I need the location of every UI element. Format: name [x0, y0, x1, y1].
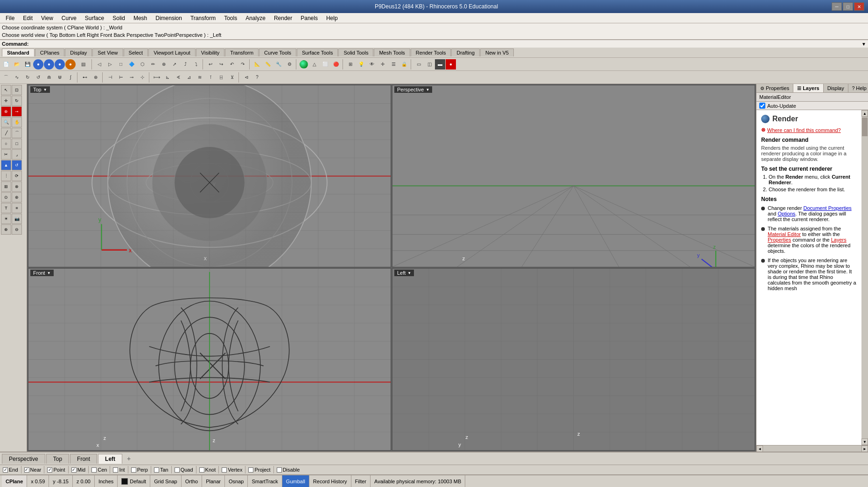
light-icon[interactable]: 💡: [356, 59, 366, 70]
sidebar-cp-icon[interactable]: ⊙: [1, 192, 11, 202]
menu-item-solid[interactable]: Solid: [109, 14, 129, 22]
smarttrack-item[interactable]: SmartTrack: [248, 475, 282, 487]
snap-checkbox-quad[interactable]: [175, 467, 180, 473]
maximize-button[interactable]: □: [843, 2, 853, 11]
close-button[interactable]: ✕: [854, 2, 864, 11]
frame2-icon[interactable]: ◫: [424, 59, 434, 70]
move-icon[interactable]: ✛: [378, 59, 388, 70]
curve3-icon[interactable]: ∫: [65, 72, 76, 83]
viewport-front-label[interactable]: Front ▼: [30, 270, 54, 276]
sidebar-bool-icon[interactable]: ⊗: [12, 181, 22, 192]
tb8-icon[interactable]: □: [116, 59, 126, 70]
annotate1-icon[interactable]: ⟼: [152, 72, 162, 83]
tb16-icon[interactable]: ↩: [205, 59, 216, 70]
scroll-down-arrow[interactable]: ▼: [861, 438, 868, 445]
snap-item-knot[interactable]: Knot: [199, 467, 216, 473]
tb9-icon[interactable]: 🔷: [126, 59, 137, 70]
ortho-item[interactable]: Ortho: [182, 475, 203, 487]
sidebar-move-icon[interactable]: ✛: [1, 96, 11, 106]
extend-icon[interactable]: ⊹: [137, 72, 147, 83]
snap-checkbox-int[interactable]: [113, 467, 118, 473]
toolbar-tab-standard[interactable]: Standard: [2, 49, 35, 56]
command-input[interactable]: [30, 41, 860, 47]
sidebar-extrude-icon[interactable]: ▲: [1, 160, 11, 170]
toolbar-tab-transform[interactable]: Transform: [225, 49, 259, 56]
sidebar-select-icon[interactable]: ↖: [1, 85, 11, 95]
menu-item-curve[interactable]: Curve: [58, 14, 80, 22]
tb17-icon[interactable]: ↪: [216, 59, 226, 70]
viewport-persp-label[interactable]: Perspective ▼: [394, 86, 432, 93]
scale-icon[interactable]: ⊷: [80, 72, 90, 83]
autoupdate-checkbox[interactable]: [759, 103, 765, 109]
new-file-icon[interactable]: 📄: [1, 59, 11, 70]
snap-item-point[interactable]: Point: [47, 467, 65, 473]
scroll-left-arrow[interactable]: ◄: [756, 445, 763, 452]
trim-icon[interactable]: ⊸: [126, 72, 137, 83]
panel-tab-help[interactable]: ? Help: [848, 84, 868, 92]
viewport-left[interactable]: Left ▼: [392, 268, 755, 451]
tb14-icon[interactable]: ⤴: [180, 59, 190, 70]
toolbar-tab-solid-tools[interactable]: Solid Tools: [338, 49, 373, 56]
eye-icon[interactable]: 👁: [367, 59, 377, 70]
box-icon[interactable]: ⬜: [320, 59, 330, 70]
snap-item-perp[interactable]: Perp: [131, 467, 148, 473]
toolbar-tab-display[interactable]: Display: [65, 49, 92, 56]
render-icon[interactable]: 🔴: [331, 59, 341, 70]
layer-item[interactable]: Default: [118, 475, 150, 487]
btab-top[interactable]: Top: [46, 454, 69, 464]
snap-checkbox-cen[interactable]: [91, 467, 97, 473]
panel-tab-display[interactable]: Display: [824, 84, 848, 92]
curve1-icon[interactable]: ⋒: [44, 72, 54, 83]
dim2-icon[interactable]: ⊻: [227, 72, 237, 83]
coord-x-item[interactable]: x 0.59: [27, 475, 49, 487]
tb4-icon[interactable]: ●: [65, 59, 76, 70]
layer-icon[interactable]: ☰: [388, 59, 399, 70]
sidebar-line-icon[interactable]: ╱: [1, 128, 11, 138]
tb10-icon[interactable]: ⬡: [137, 59, 147, 70]
rotate3-icon[interactable]: ↺: [33, 72, 43, 83]
curve2-icon[interactable]: ⋓: [55, 72, 65, 83]
sidebar-scale-icon[interactable]: ⊕: [1, 106, 11, 117]
material-editor-link[interactable]: Material Editor: [768, 231, 801, 237]
snap-item-project[interactable]: Project: [248, 467, 270, 473]
toolbar-tab-surface-tools[interactable]: Surface Tools: [297, 49, 338, 56]
annotate2-icon[interactable]: ⊾: [162, 72, 173, 83]
coord-z-item[interactable]: z 0.00: [73, 475, 95, 487]
sidebar-rotate-icon[interactable]: ↻: [12, 96, 22, 106]
panel-autoupdate[interactable]: Auto-Update: [756, 102, 868, 110]
snap-checkbox-disable[interactable]: [277, 467, 282, 473]
sidebar-hatch-icon[interactable]: ≡: [12, 203, 22, 213]
sidebar-zoom-icon[interactable]: 🔍: [1, 117, 11, 127]
scroll-up-arrow[interactable]: ▲: [861, 110, 868, 117]
tb19-icon[interactable]: ↷: [238, 59, 248, 70]
frame1-icon[interactable]: ▭: [413, 59, 424, 70]
menu-item-help[interactable]: Help: [322, 14, 342, 22]
sidebar-text-icon[interactable]: T: [1, 203, 11, 213]
properties-link[interactable]: Properties: [768, 237, 791, 243]
snap-checkbox-tan[interactable]: [154, 467, 159, 473]
tb18-icon[interactable]: ↶: [227, 59, 237, 70]
panel-tab-layers[interactable]: ☰ Layers: [793, 84, 823, 92]
tb13-icon[interactable]: ➚: [169, 59, 180, 70]
tb12-icon[interactable]: ⊕: [159, 59, 169, 70]
viewport-top-label[interactable]: Top ▼: [30, 86, 50, 93]
snap-checkbox-knot[interactable]: [199, 467, 204, 473]
sphere-icon[interactable]: [300, 60, 308, 69]
tb20-icon[interactable]: 📐: [252, 59, 262, 70]
redo-icon[interactable]: ●: [44, 59, 54, 70]
sidebar-cam-icon[interactable]: 📷: [12, 214, 22, 224]
record-history-item[interactable]: Record History: [309, 475, 351, 487]
snap-item-mid[interactable]: Mid: [71, 467, 86, 473]
osnap-item[interactable]: Osnap: [225, 475, 248, 487]
gumball-item[interactable]: Gumball: [282, 475, 309, 487]
snap-item-quad[interactable]: Quad: [175, 467, 193, 473]
memory-item[interactable]: Available physical memory: 10003 MB: [371, 475, 465, 487]
scroll-right-arrow[interactable]: ►: [861, 445, 868, 452]
toolbar-tab-drafting[interactable]: Drafting: [451, 49, 480, 56]
sidebar-fillet-icon[interactable]: ⌟: [12, 149, 22, 160]
toolbar-tab-viewport-layout[interactable]: Viewport Layout: [148, 49, 196, 56]
frame4-icon[interactable]: ●: [446, 59, 456, 70]
coord-y-item[interactable]: y -8.15: [49, 475, 73, 487]
cone-icon[interactable]: △: [309, 59, 320, 70]
sidebar-arc-icon[interactable]: ⌒: [12, 128, 22, 138]
